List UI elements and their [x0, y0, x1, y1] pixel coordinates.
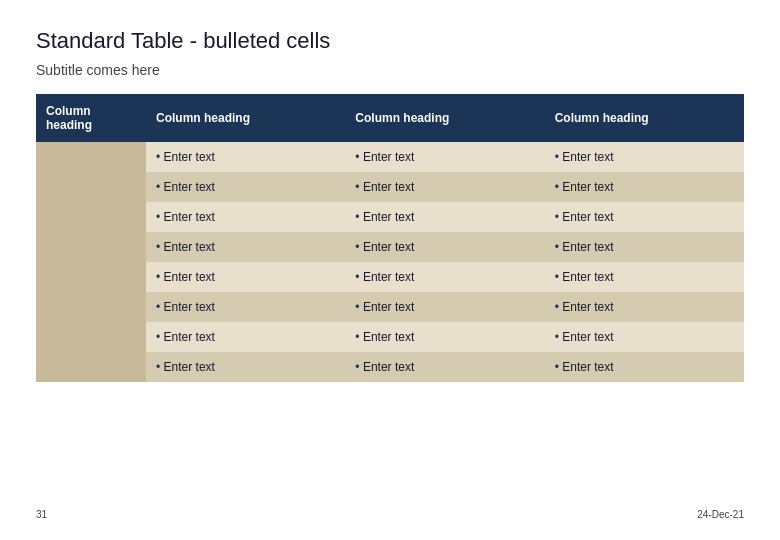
- footer: 31 24-Dec-21: [36, 501, 744, 520]
- table-cell: Enter text: [146, 262, 345, 292]
- table-cell: Enter text: [545, 352, 744, 382]
- main-table: Column heading Column heading Column hea…: [36, 94, 744, 382]
- footer-date: 24-Dec-21: [697, 509, 744, 520]
- col-header-3: Column heading: [345, 94, 544, 142]
- col-header-2: Column heading: [146, 94, 345, 142]
- table-cell: Enter text: [345, 232, 544, 262]
- table-cell: Enter text: [545, 232, 744, 262]
- table-cell: Enter text: [146, 232, 345, 262]
- table-cell: [36, 202, 146, 232]
- col-header-4: Column heading: [545, 94, 744, 142]
- table-cell: [36, 232, 146, 262]
- table-cell: Enter text: [146, 352, 345, 382]
- table-cell: Enter text: [545, 142, 744, 172]
- table-row: Enter textEnter textEnter text: [36, 142, 744, 172]
- subtitle: Subtitle comes here: [36, 62, 744, 78]
- table-cell: Enter text: [545, 292, 744, 322]
- table-cell: [36, 172, 146, 202]
- table-cell: Enter text: [345, 322, 544, 352]
- page: Standard Table - bulleted cells Subtitle…: [0, 0, 780, 540]
- table-cell: Enter text: [146, 202, 345, 232]
- table-cell: Enter text: [545, 172, 744, 202]
- table-cell: [36, 142, 146, 172]
- table-cell: Enter text: [345, 352, 544, 382]
- table-cell: [36, 322, 146, 352]
- table-row: Enter textEnter textEnter text: [36, 322, 744, 352]
- table-cell: Enter text: [345, 142, 544, 172]
- table-row: Enter textEnter textEnter text: [36, 172, 744, 202]
- page-number: 31: [36, 509, 47, 520]
- table-cell: [36, 352, 146, 382]
- table-cell: Enter text: [146, 142, 345, 172]
- table-cell: Enter text: [146, 292, 345, 322]
- table-row: Enter textEnter textEnter text: [36, 262, 744, 292]
- table-cell: Enter text: [345, 172, 544, 202]
- table-cell: Enter text: [146, 322, 345, 352]
- table-cell: Enter text: [345, 292, 544, 322]
- page-title: Standard Table - bulleted cells: [36, 28, 744, 54]
- table-row: Enter textEnter textEnter text: [36, 232, 744, 262]
- table-row: Enter textEnter textEnter text: [36, 202, 744, 232]
- table-row: Enter textEnter textEnter text: [36, 352, 744, 382]
- table-cell: Enter text: [345, 262, 544, 292]
- col-header-1: Column heading: [36, 94, 146, 142]
- table-cell: Enter text: [545, 262, 744, 292]
- table-cell: [36, 292, 146, 322]
- table-row: Enter textEnter textEnter text: [36, 292, 744, 322]
- table-cell: Enter text: [146, 172, 345, 202]
- table-cell: [36, 262, 146, 292]
- table-cell: Enter text: [345, 202, 544, 232]
- table-cell: Enter text: [545, 202, 744, 232]
- header-row: Column heading Column heading Column hea…: [36, 94, 744, 142]
- table-cell: Enter text: [545, 322, 744, 352]
- table-wrapper: Column heading Column heading Column hea…: [36, 94, 744, 501]
